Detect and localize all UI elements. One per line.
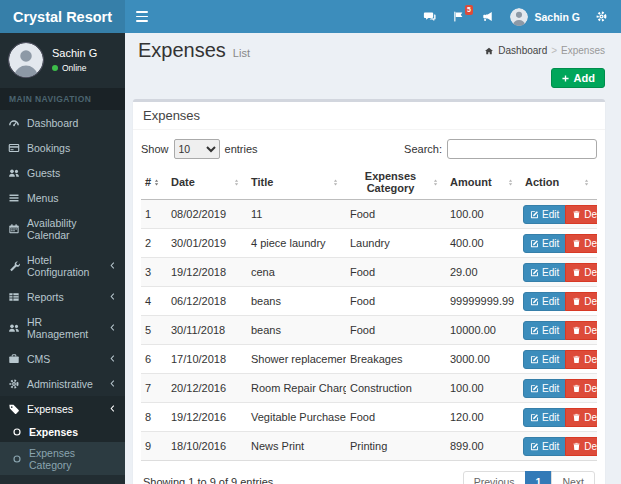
trash-icon [572,355,581,364]
cell-category: Printing [346,432,446,461]
add-button[interactable]: Add [551,68,605,88]
column-header-expenses-category[interactable]: Expenses Category [346,168,446,200]
avatar [8,42,44,78]
pencil-square-icon [530,268,539,277]
cell-date: 19/12/2016 [167,403,247,432]
edit-button[interactable]: Edit [523,379,566,398]
delete-button[interactable]: Delete [565,321,597,340]
page-size-select[interactable]: 10 [174,139,220,159]
sidebar-subitem-label: Expenses Category [29,447,117,471]
pagination-1[interactable]: 1 [525,471,553,484]
cell-date: 18/10/2016 [167,432,247,461]
column-header-date[interactable]: Date [167,168,247,200]
cell-category: Breakages [346,345,446,374]
cell-category: Laundry [346,229,446,258]
pencil-square-icon [530,210,539,219]
cell-num: 9 [141,432,167,461]
column-header-label: Title [251,176,273,188]
edit-button[interactable]: Edit [523,263,566,282]
column-header-action[interactable]: Action [521,168,597,200]
cell-date: 30/01/2019 [167,229,247,258]
breadcrumb-item-dashboard[interactable]: Dashboard [498,45,547,56]
cell-num: 5 [141,316,167,345]
cell-title: beans [247,287,346,316]
navbar-user-menu[interactable]: Sachin G [510,8,580,26]
delete-button[interactable]: Delete [565,292,597,311]
cell-amount: 3000.00 [446,345,521,374]
sidebar-item-hr-management[interactable]: HR Management [0,309,125,346]
cell-action: EditDelete [521,403,597,432]
delete-button[interactable]: Delete [565,263,597,282]
delete-button-label: Delete [584,267,597,278]
edit-button-label: Edit [542,325,559,336]
cell-date: 17/10/2018 [167,345,247,374]
cell-date: 30/11/2018 [167,316,247,345]
sidebar-item-reports[interactable]: Reports [0,284,125,309]
trash-icon [572,413,581,422]
chevron-left-icon [108,354,117,363]
cell-num: 3 [141,258,167,287]
pencil-square-icon [530,297,539,306]
megaphone-button[interactable] [481,10,495,24]
cell-category: Food [346,316,446,345]
sidebar-item-menus[interactable]: Menus [0,185,125,210]
delete-button-label: Delete [584,238,597,249]
edit-button[interactable]: Edit [523,234,566,253]
table-row: 720/12/2016Room Repair ChargeConstructio… [141,374,597,403]
sidebar-toggle-button[interactable] [125,0,159,33]
edit-button[interactable]: Edit [523,437,566,456]
cell-title: 4 piece laundry [247,229,346,258]
cell-amount: 99999999.99 [446,287,521,316]
sort-icon [154,177,163,188]
cogs-icon [8,378,20,390]
table-info: Showing 1 to 9 of 9 entries [143,476,273,484]
sidebar-item-bookings[interactable]: Bookings [0,135,125,160]
brand-logo[interactable]: Crystal Resort [0,0,125,33]
sidebar-item-availability-calendar[interactable]: Availability Calendar [0,210,125,247]
edit-button[interactable]: Edit [523,408,566,427]
cell-title: beans [247,316,346,345]
delete-button[interactable]: Delete [565,379,597,398]
cell-amount: 400.00 [446,229,521,258]
search-input[interactable] [447,139,597,159]
sidebar-item-guests[interactable]: Guests [0,160,125,185]
edit-button[interactable]: Edit [523,321,566,340]
cell-category: Food [346,403,446,432]
delete-button[interactable]: Delete [565,437,597,456]
gauge-icon [8,117,20,129]
comments-button[interactable] [423,10,437,24]
pagination-previous[interactable]: Previous [463,471,526,484]
sidebar-subitem-expenses[interactable]: Expenses [0,421,125,442]
sidebar-item-cms[interactable]: CMS [0,346,125,371]
edit-button[interactable]: Edit [523,205,566,224]
sidebar-item-label: Availability Calendar [27,217,117,241]
sidebar-item-label: Dashboard [27,117,78,129]
cell-action: EditDelete [521,432,597,461]
trash-icon [572,297,581,306]
pagination-next[interactable]: Next [551,471,595,484]
panel-title: Expenses [133,102,605,130]
table-row: 819/12/2016Vegitable PurchasedFood120.00… [141,403,597,432]
settings-button[interactable] [595,10,609,24]
bars-icon [8,192,20,204]
sidebar-item-administrative[interactable]: Administrative [0,371,125,396]
content-area: Expenses List Dashboard>Expenses Add Exp… [125,33,621,484]
edit-button[interactable]: Edit [523,292,566,311]
sidebar-item-hotel-configuration[interactable]: Hotel Configuration [0,247,125,284]
sidebar-subitem-expenses-category[interactable]: Expenses Category [0,442,125,475]
delete-button[interactable]: Delete [565,408,597,427]
column-header-[interactable]: # [141,168,167,200]
column-header-amount[interactable]: Amount [446,168,521,200]
sidebar-item-dashboard[interactable]: Dashboard [0,110,125,135]
delete-button[interactable]: Delete [565,350,597,369]
circle-o-icon [12,427,22,437]
edit-button[interactable]: Edit [523,350,566,369]
flag-button[interactable]: 5 [452,10,466,24]
edit-button-label: Edit [542,383,559,394]
column-header-title[interactable]: Title [247,168,346,200]
cell-amount: 100.00 [446,200,521,229]
delete-button[interactable]: Delete [565,234,597,253]
delete-button[interactable]: Delete [565,205,597,224]
table-row: 319/12/2018cenaFood29.00EditDelete [141,258,597,287]
sidebar-item-expenses[interactable]: Expenses [0,396,125,421]
